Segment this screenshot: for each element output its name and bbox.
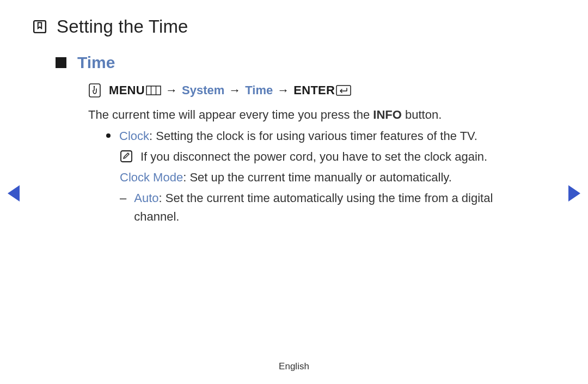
breadcrumb-system: System — [182, 83, 224, 97]
section-title: Time — [77, 53, 115, 72]
clock-content: Clock: Setting the clock is for using va… — [119, 127, 555, 145]
auto-text: : Set the current time automatically usi… — [134, 191, 493, 223]
nav-prev-arrow[interactable] — [8, 185, 20, 202]
bookmark-icon — [33, 20, 47, 34]
clock-term: Clock — [119, 129, 149, 143]
clock-mode-text: : Set up the current time manually or au… — [183, 170, 452, 184]
footer-language: English — [279, 361, 309, 372]
square-bullet-icon — [56, 57, 66, 68]
dash-mark: – — [120, 189, 126, 226]
intro-bold: INFO — [373, 108, 402, 121]
svg-rect-3 — [146, 86, 161, 95]
intro-prefix: The current time will appear every time … — [88, 108, 373, 121]
page-title-row: Setting the Time — [33, 16, 555, 37]
auto-content: Auto: Set the current time automatically… — [134, 189, 555, 226]
svg-rect-6 — [336, 86, 351, 95]
breadcrumb-arrow-3: → — [277, 83, 289, 97]
breadcrumb: MENU → System → Time → ENTER — [88, 83, 555, 98]
auto-term: Auto — [134, 191, 158, 205]
svg-rect-1 — [89, 84, 100, 97]
menu-grid-icon — [146, 86, 161, 95]
breadcrumb-arrow-2: → — [229, 83, 241, 97]
intro-text: The current time will appear every time … — [88, 106, 555, 124]
hand-pointer-icon — [88, 83, 101, 98]
page-title: Setting the Time — [57, 16, 188, 37]
clock-note-text: If you disconnect the power cord, you ha… — [140, 148, 487, 166]
breadcrumb-enter: ENTER — [293, 83, 335, 97]
breadcrumb-menu: MENU — [109, 83, 145, 97]
note-pencil-icon — [120, 150, 133, 163]
clock-mode-term: Clock Mode — [120, 170, 183, 184]
clock-bullet-row: Clock: Setting the clock is for using va… — [106, 127, 555, 145]
nav-next-arrow[interactable] — [568, 185, 580, 202]
breadcrumb-arrow-1: → — [166, 83, 177, 97]
clock-note-row: If you disconnect the power cord, you ha… — [120, 148, 555, 166]
svg-rect-7 — [121, 151, 132, 162]
breadcrumb-time: Time — [245, 83, 273, 97]
auto-row: – Auto: Set the current time automatical… — [120, 189, 555, 226]
intro-suffix: button. — [402, 108, 442, 121]
svg-point-2 — [94, 86, 95, 87]
bullet-dot-icon — [106, 133, 111, 138]
section-row: Time — [56, 53, 555, 72]
enter-icon — [336, 85, 351, 96]
clock-mode-row: Clock Mode: Set up the current time manu… — [120, 168, 555, 187]
clock-text: : Setting the clock is for using various… — [149, 129, 477, 143]
